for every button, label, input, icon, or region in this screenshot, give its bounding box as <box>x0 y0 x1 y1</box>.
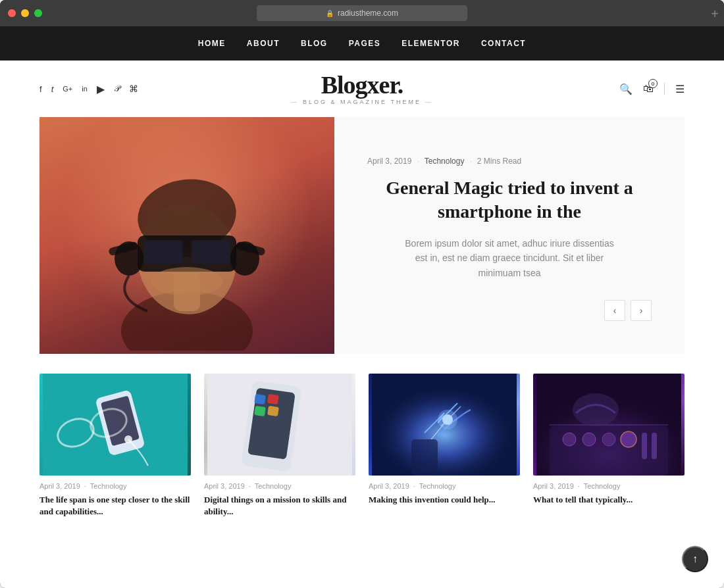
new-tab-button[interactable]: + <box>711 7 719 22</box>
cart-badge: 0 <box>648 79 658 88</box>
svg-point-10 <box>115 241 143 276</box>
nav-item-elementor[interactable]: ELEMENTOR <box>401 39 460 48</box>
nav-item-pages[interactable]: PAGES <box>349 39 381 48</box>
top-navigation: HOME ABOUT BLOG PAGES ELEMENTOR CONTACT <box>0 26 724 61</box>
traffic-light-minimize[interactable] <box>21 9 29 17</box>
article-title-0: The life span is one step closer to the … <box>39 494 191 518</box>
featured-date: April 3, 2019 <box>367 157 411 166</box>
traffic-light-maximize[interactable] <box>34 9 42 17</box>
website-content: HOME ABOUT BLOG PAGES ELEMENTOR CONTACT … <box>0 26 724 588</box>
featured-illustration <box>95 120 279 351</box>
nav-item-home[interactable]: HOME <box>198 39 226 48</box>
nav-item-contact[interactable]: CONTACT <box>481 39 526 48</box>
meta-dot-1: · <box>417 157 419 166</box>
address-bar[interactable]: 🔒 radiustheme.com <box>257 5 467 21</box>
featured-image <box>39 117 334 354</box>
article-date-3: April 3, 2019 <box>533 482 574 490</box>
next-arrow-button[interactable]: › <box>631 300 652 321</box>
article-card-3[interactable]: April 3, 2019 · Technology What to tell … <box>533 374 685 518</box>
facebook-icon[interactable]: f <box>39 84 42 94</box>
svg-rect-25 <box>267 406 279 416</box>
header-actions: 🔍 🛍 0 ☰ <box>469 83 685 95</box>
rss-icon[interactable]: ⌘ <box>129 84 138 94</box>
article-image-0 <box>39 374 191 476</box>
youtube-icon[interactable]: ▶ <box>97 83 105 95</box>
scroll-to-top-button[interactable]: ↑ <box>682 546 708 572</box>
url-text: radiustheme.com <box>338 9 398 18</box>
svg-point-36 <box>602 433 615 446</box>
article-title-3: What to tell that typically... <box>533 494 685 506</box>
svg-point-34 <box>563 433 576 446</box>
svg-rect-7 <box>182 247 192 257</box>
article-card-0[interactable]: April 3, 2019 · Technology The life span… <box>39 374 191 518</box>
svg-rect-6 <box>192 240 230 264</box>
article-category-0: Technology <box>90 482 127 490</box>
article-image-1 <box>204 374 355 476</box>
traffic-light-close[interactable] <box>8 9 16 17</box>
cart-icon-wrap[interactable]: 🛍 0 <box>643 83 654 95</box>
prev-arrow-button[interactable]: ‹ <box>604 300 625 321</box>
logo-tagline: BLOG & MAGAZINE THEME <box>255 99 470 105</box>
linkedin-icon[interactable]: in <box>82 85 88 93</box>
featured-navigation: ‹ › <box>367 300 652 321</box>
article-meta-3: April 3, 2019 · Technology <box>533 482 685 490</box>
featured-read-time: 2 Mins Read <box>477 157 521 166</box>
site-header: f t G+ in ▶ 𝒫 ⌘ Blogxer. BLOG & MAGAZINE… <box>0 61 724 117</box>
article-category-3: Technology <box>584 482 621 490</box>
main-content: April 3, 2019 · Technology · 2 Mins Read… <box>0 117 724 531</box>
featured-post[interactable]: April 3, 2019 · Technology · 2 Mins Read… <box>39 117 685 354</box>
site-logo[interactable]: Blogxer. BLOG & MAGAZINE THEME <box>255 72 470 105</box>
article-date-0: April 3, 2019 <box>39 482 80 490</box>
svg-point-12 <box>151 267 223 296</box>
social-icons-group: f t G+ in ▶ 𝒫 ⌘ <box>39 83 255 95</box>
article-grid: April 3, 2019 · Technology The life span… <box>39 374 685 518</box>
article-card-2[interactable]: April 3, 2019 · Technology Making this i… <box>369 374 520 518</box>
search-icon[interactable]: 🔍 <box>619 83 633 95</box>
logo-name: Blogxer. <box>255 72 470 97</box>
article-card-1[interactable]: April 3, 2019 · Technology Digital thing… <box>204 374 355 518</box>
svg-point-18 <box>124 435 132 443</box>
article-title-1: Digital things on a mission to skills an… <box>204 494 355 518</box>
svg-rect-30 <box>411 439 438 476</box>
svg-point-29 <box>438 410 457 429</box>
featured-post-meta: April 3, 2019 · Technology · 2 Mins Read <box>367 157 652 166</box>
googleplus-icon[interactable]: G+ <box>63 85 72 93</box>
browser-titlebar: 🔒 radiustheme.com + <box>0 0 724 26</box>
article-meta-dot-2: · <box>413 482 415 490</box>
lock-icon: 🔒 <box>326 10 334 17</box>
article-date-2: April 3, 2019 <box>369 482 409 490</box>
svg-rect-22 <box>254 394 266 404</box>
featured-excerpt: Borem ipsum dolor sit amet, adhuc iriure… <box>404 236 615 280</box>
nav-item-about[interactable]: ABOUT <box>247 39 280 48</box>
meta-dot-2: · <box>469 157 471 166</box>
svg-point-37 <box>621 431 636 447</box>
article-date-1: April 3, 2019 <box>204 482 245 490</box>
browser-window: 🔒 radiustheme.com + HOME ABOUT BLOG PAGE… <box>0 0 724 588</box>
nav-item-blog[interactable]: BLOG <box>301 39 328 48</box>
svg-point-35 <box>582 433 596 446</box>
article-title-2: Making this invention could help... <box>369 494 520 506</box>
article-meta-dot-1: · <box>249 482 251 490</box>
twitter-icon[interactable]: t <box>51 84 54 94</box>
article-meta-1: April 3, 2019 · Technology <box>204 482 355 490</box>
article-category-2: Technology <box>419 482 456 490</box>
header-divider <box>664 83 665 95</box>
svg-point-11 <box>230 241 259 276</box>
pinterest-icon[interactable]: 𝒫 <box>114 84 120 94</box>
article-image-3 <box>533 374 685 476</box>
article-meta-dot-3: · <box>578 482 580 490</box>
featured-category: Technology <box>425 157 465 166</box>
article-meta-0: April 3, 2019 · Technology <box>39 482 191 490</box>
article-meta-dot-0: · <box>84 482 86 490</box>
menu-icon[interactable]: ☰ <box>675 83 685 95</box>
svg-rect-23 <box>267 394 279 404</box>
svg-rect-39 <box>652 433 657 459</box>
article-image-2 <box>369 374 520 476</box>
svg-rect-38 <box>642 433 647 459</box>
article-meta-2: April 3, 2019 · Technology <box>369 482 520 490</box>
featured-post-content: April 3, 2019 · Technology · 2 Mins Read… <box>334 117 685 354</box>
svg-rect-24 <box>254 406 266 416</box>
svg-rect-5 <box>144 240 182 264</box>
featured-image-overlay <box>39 117 334 354</box>
featured-title[interactable]: General Magic tried to invent a smartpho… <box>367 176 652 224</box>
